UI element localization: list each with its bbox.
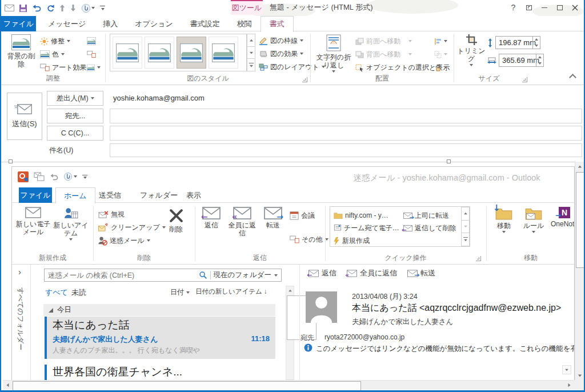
shape-width-input[interactable]: 365.69 mm xyxy=(499,54,544,67)
embedded-tab-row: ファイル ホーム 送受信 フォルダー 表示 xyxy=(12,187,574,203)
scroll-right-button[interactable] xyxy=(564,381,574,390)
touch-mode-icon[interactable] xyxy=(81,3,95,13)
list-item-selected: 本当にあった話 夫婦げんかで家出した人妻さん 11:18 人妻さんのプチ家出。。… xyxy=(45,317,275,359)
maximize-button[interactable] xyxy=(552,1,567,14)
tab-insert[interactable]: 挿入 xyxy=(94,16,126,31)
image-resize-handle[interactable] xyxy=(9,159,13,163)
quick-steps-scroll-down xyxy=(461,221,470,234)
shape-height-input[interactable]: 196.87 mm xyxy=(495,36,540,49)
delete-x-icon xyxy=(169,208,184,223)
reading-scroll-down xyxy=(562,365,571,374)
quick-steps-dialog-launcher xyxy=(476,256,481,261)
rotate-objects-icon[interactable] xyxy=(434,61,447,74)
image-resize-handle[interactable] xyxy=(447,159,451,163)
tab-format-text[interactable]: 書式設定 xyxy=(182,16,229,31)
gallery-scroll-down[interactable] xyxy=(247,47,255,59)
expand-folder-pane-icon: › xyxy=(18,267,21,277)
picture-border-icon xyxy=(259,37,268,45)
scroll-left-button[interactable] xyxy=(3,381,12,390)
quick-step-reply-delete: ← 返信して削除 xyxy=(403,222,456,234)
minimize-button[interactable] xyxy=(536,1,552,14)
collapse-ribbon-icon[interactable] xyxy=(569,74,576,81)
width-steppers[interactable] xyxy=(536,54,543,66)
to-field[interactable] xyxy=(110,109,582,123)
crop-button[interactable]: トリミング xyxy=(457,34,486,66)
tab-options[interactable]: オプション xyxy=(126,16,182,31)
scroll-up-button[interactable] xyxy=(575,162,584,171)
picture-style-2[interactable] xyxy=(145,37,174,69)
page-icon xyxy=(334,224,342,232)
group-label-respond: 返信 xyxy=(195,253,325,263)
group-label-arrange: 配置 xyxy=(311,74,454,83)
body-vertical-scrollbar[interactable] xyxy=(575,162,584,380)
subject-field[interactable] xyxy=(110,143,582,157)
picture-style-1[interactable] xyxy=(113,37,142,69)
ribbon-format: 背景の削除 修整 色 アート効果 調整 xyxy=(1,31,584,85)
save-icon[interactable] xyxy=(19,5,27,12)
message-date: 2013/04/08 (月) 3:24 xyxy=(352,292,418,302)
group-label-delete: 削除 xyxy=(93,253,195,263)
change-picture-icon[interactable] xyxy=(87,48,96,61)
height-steppers[interactable] xyxy=(532,37,540,49)
reading-actions: ← 返信 « 全員に返信 → 転送 xyxy=(308,268,435,278)
tab-file[interactable]: ファイル xyxy=(1,16,36,31)
gallery-scroll-up[interactable] xyxy=(247,34,255,47)
move-button: ↓ 移動 xyxy=(491,207,517,233)
align-objects-icon[interactable] xyxy=(434,35,447,47)
quick-step-forward-boss: → 上司に転送 xyxy=(403,210,449,221)
size-dialog-launcher[interactable] xyxy=(522,77,527,82)
picture-border-button[interactable]: 図の枠線 xyxy=(259,34,303,47)
body-horizontal-scrollbar[interactable] xyxy=(3,380,575,390)
customize-qat-icon[interactable] xyxy=(100,6,105,10)
picture-effects-button[interactable]: 図の効果 xyxy=(259,47,303,60)
send-icon xyxy=(17,104,32,114)
picture-style-4[interactable] xyxy=(209,37,238,69)
help-button[interactable]: ? xyxy=(506,1,521,14)
remove-background-button[interactable]: 背景の削除 xyxy=(5,34,38,68)
redo-icon[interactable] xyxy=(46,4,54,12)
reset-picture-icon[interactable] xyxy=(87,61,101,74)
vertical-scroll-thumb[interactable] xyxy=(576,172,585,268)
group-label-move: 移動 xyxy=(486,253,575,263)
tab-review[interactable]: 校閲 xyxy=(229,16,261,31)
artistic-effects-button[interactable]: アート効果 xyxy=(40,61,93,74)
tab-message[interactable]: メッセージ xyxy=(39,16,94,31)
move-up-icon[interactable] xyxy=(59,4,65,12)
scroll-down-button[interactable] xyxy=(575,371,584,380)
cc-button[interactable]: C C(C)... xyxy=(47,126,103,141)
wrap-text-button[interactable]: 文字列の折り返し xyxy=(315,34,352,73)
list-group-today: 今日 xyxy=(43,304,275,316)
color-button[interactable]: 色 xyxy=(40,48,65,61)
horizontal-scroll-thumb[interactable] xyxy=(13,381,361,392)
picture-styles-dialog-launcher[interactable] xyxy=(302,77,307,82)
embedded-tab-home-active: ホーム xyxy=(55,187,95,203)
gallery-more-button[interactable] xyxy=(247,59,255,71)
customize-qat-icon xyxy=(82,175,87,179)
undo-icon[interactable] xyxy=(32,4,41,12)
folder-pane-label: すべてのフォルダー xyxy=(15,287,25,350)
compress-pictures-icon[interactable] xyxy=(87,35,96,47)
close-button[interactable] xyxy=(567,1,583,14)
to-value: ryota272000@yahoo.co.jp xyxy=(324,333,404,341)
forward-mini-icon: → xyxy=(403,213,412,219)
move-down-icon[interactable] xyxy=(70,4,76,12)
picture-style-3-selected[interactable] xyxy=(177,37,206,69)
reply-action: ← 返信 xyxy=(308,268,336,278)
collapse-group-icon xyxy=(49,308,53,313)
group-picture-styles: 図の枠線 図の効果 図のレイアウト 図のスタイル xyxy=(106,31,310,85)
send-receive-icon xyxy=(34,172,45,182)
from-button[interactable]: 差出人(M) xyxy=(47,91,103,106)
message-from: 本当にあった話 <aqzrqcclrcjgadfnw@ezweb.ne.jp> xyxy=(352,302,574,314)
corrections-button[interactable]: 修整 xyxy=(40,35,70,47)
tab-format-active[interactable]: 書式 xyxy=(261,16,294,32)
send-button[interactable]: 送信(S) xyxy=(7,93,42,140)
delete-button: 削除 xyxy=(162,208,190,233)
new-items-button: 新しいアイテム xyxy=(53,207,89,241)
message-body[interactable]: 迷惑メール - yoshie.kohama@gmail.com - Outloo… xyxy=(1,162,575,380)
to-button[interactable]: 宛先... xyxy=(47,109,103,123)
cc-field[interactable] xyxy=(110,126,582,141)
ribbon-display-options-button[interactable] xyxy=(521,1,536,14)
reply-icon: ← xyxy=(202,207,221,219)
group-label-picture-styles: 図のスタイル xyxy=(106,74,310,83)
quick-step-team-email: チーム宛て電子… xyxy=(334,222,400,234)
